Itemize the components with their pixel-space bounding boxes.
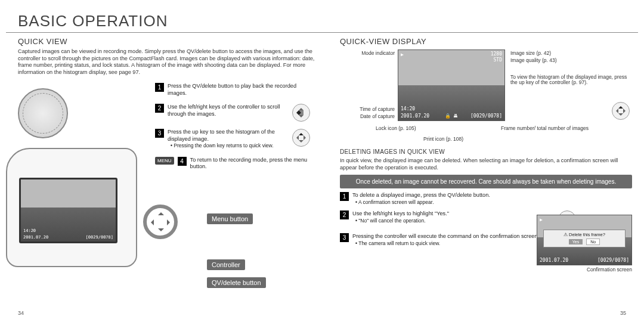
step-number: 4 xyxy=(178,157,187,166)
qv-step: MENU 4 To return to the recording mode, … xyxy=(155,157,310,171)
overlay-date: 2001.07.20 xyxy=(540,258,568,263)
controller-icon xyxy=(292,129,310,147)
dialog-prompt: ⚠ Delete this frame? xyxy=(546,232,623,237)
step-number: 3 xyxy=(155,129,164,138)
qv-step: 2 Use the left/right keys of the control… xyxy=(155,104,310,122)
mode-indicator-icon: ▶ xyxy=(401,52,404,57)
page-number-left: 34 xyxy=(18,310,24,316)
step-text: To delete a displayed image, press the Q… xyxy=(352,192,490,206)
step-number: 1 xyxy=(340,192,349,201)
mode-dial-icon xyxy=(18,88,68,138)
menu-button-label: MENU xyxy=(155,157,174,165)
delete-step: 1 To delete a displayed image, press the… xyxy=(340,192,578,206)
quick-view-heading: QUICK VIEW xyxy=(18,37,316,46)
controller-icon xyxy=(612,102,630,120)
mode-indicator-icon: ▶ xyxy=(540,217,543,222)
step-text: Press the up key to see the histogram of… xyxy=(168,129,289,150)
step-text: Use the left/right keys of the controlle… xyxy=(168,104,289,122)
label-image-size: Image size (p. 42) xyxy=(510,51,551,56)
step-number: 2 xyxy=(340,210,349,219)
step-number: 2 xyxy=(155,104,164,113)
confirmation-image: ▶ ⚠ Delete this frame? Yes No 2001.07.20… xyxy=(537,215,632,265)
callout-qv-delete: QV/delete button xyxy=(207,277,266,288)
controller-icon xyxy=(292,104,310,122)
warning-box: Once deleted, an image cannot be recover… xyxy=(340,175,632,188)
label-image-quality: Image quality (p. 43) xyxy=(510,58,556,63)
delete-heading: DELETING IMAGES IN QUICK VIEW xyxy=(340,148,632,155)
delete-dialog: ⚠ Delete this frame? Yes No xyxy=(543,230,626,247)
callout-menu-button: Menu button xyxy=(207,213,253,224)
overlay-time: 14:20 xyxy=(401,106,415,112)
overlay-frame: [0029/0078] xyxy=(470,113,502,119)
divider xyxy=(6,32,638,33)
step-number: 1 xyxy=(155,83,164,92)
quick-view-intro: Captured images can be viewed in recordi… xyxy=(18,48,316,76)
dialog-yes: Yes xyxy=(569,239,583,244)
label-lock-icon: Lock icon (p. 105) xyxy=(376,126,416,131)
step-sub: The camera will return to quick view. xyxy=(355,240,440,246)
overlay-quality: STD xyxy=(494,57,502,63)
label-time: Time of capture xyxy=(340,107,395,112)
camera-lcd: 14:20 2001.07.20 [0029/0078] xyxy=(19,178,117,243)
delete-intro: In quick view, the displayed image can b… xyxy=(340,157,632,171)
qv-step: 3 Press the up key to see the histogram … xyxy=(155,129,310,150)
page-title: BASIC OPERATION xyxy=(18,12,168,30)
callout-controller: Controller xyxy=(207,259,245,270)
label-print-icon: Print icon (p. 108) xyxy=(423,137,463,142)
label-date: Date of capture xyxy=(340,114,395,119)
step-text: To return to the recording mode, press t… xyxy=(190,157,310,171)
label-frame-number: Frame number/ total number of images xyxy=(501,126,589,131)
step-sub: Pressing the down key returns to quick v… xyxy=(171,143,274,148)
step-main: Use the left/right keys to highlight "Ye… xyxy=(352,210,449,216)
qv-step: 1 Press the QV/delete button to play bac… xyxy=(155,83,310,97)
qv-display-heading: QUICK-VIEW DISPLAY xyxy=(340,37,632,46)
step-text: Pressing the controller will execute the… xyxy=(352,233,539,251)
label-mode-indicator: Mode indicator xyxy=(340,51,395,56)
step-sub: "No" will cancel the operation. xyxy=(355,218,426,224)
lcd-frame: [0029/0078] xyxy=(86,235,113,240)
step-main: Press the up key to see the histogram of… xyxy=(168,129,275,142)
confirmation-screenshot: ▶ ⚠ Delete this frame? Yes No 2001.07.20… xyxy=(537,215,632,280)
page-number-right: 35 xyxy=(620,310,626,316)
qv-steps: 1 Press the QV/delete button to play bac… xyxy=(155,83,310,171)
lcd-time: 14:20 xyxy=(23,228,36,233)
dialog-no: No xyxy=(586,239,600,245)
step-main: Pressing the controller will execute the… xyxy=(352,233,539,239)
sample-image: ▶ 1280 STD 14:20 2001.07.20 [0029/0078] … xyxy=(398,50,504,120)
step-text: Use the left/right keys to highlight "Ye… xyxy=(352,210,449,228)
confirmation-caption: Confirmation screen xyxy=(537,267,632,273)
qv-display-screen: ▶ 1280 STD 14:20 2001.07.20 [0029/0078] … xyxy=(398,49,505,121)
lcd-date: 2001.07.20 xyxy=(23,235,48,240)
step-main: To delete a displayed image, press the Q… xyxy=(352,192,490,198)
overlay-size: 1280 xyxy=(491,51,502,57)
overlay-frame: [0029/0078] xyxy=(597,258,629,263)
step-number: 3 xyxy=(340,233,349,242)
lock-icon: 🔒 xyxy=(445,113,451,119)
overlay-date: 2001.07.20 xyxy=(401,113,429,119)
label-histogram: To view the histogram of the displayed i… xyxy=(510,75,630,86)
controller-diagram xyxy=(143,205,178,239)
print-icon: 🖶 xyxy=(453,113,458,119)
step-text: Press the QV/delete button to play back … xyxy=(168,83,310,97)
step-sub: A confirmation screen will appear. xyxy=(355,199,434,205)
camera-illustration: 14:20 2001.07.20 [0029/0078] xyxy=(6,88,143,285)
